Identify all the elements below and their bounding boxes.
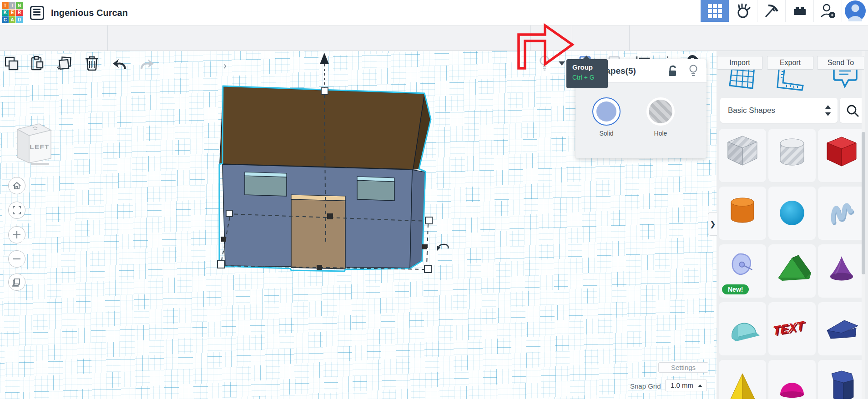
shapes-sidebar: Basic Shapes New!TEXTTEXT	[717, 51, 868, 399]
logo-letter: C	[2, 16, 9, 23]
sidebar-collapse-button[interactable]: ❯	[708, 212, 717, 236]
fit-view-button[interactable]	[8, 202, 25, 219]
logo-letter: R	[16, 10, 23, 16]
app-header: TINKERCAD Ingenious Curcan	[0, 0, 868, 25]
shape-tile-round-roof[interactable]	[719, 302, 766, 355]
perspective-icon	[12, 277, 22, 287]
chevron-right-icon: ❯	[709, 219, 716, 229]
logo-letter: K	[2, 10, 9, 16]
brick-export-tile[interactable]	[785, 0, 813, 22]
hole-label: Hole	[638, 130, 683, 137]
minus-icon	[12, 254, 21, 263]
shape-tile-scribble-n[interactable]	[818, 187, 865, 240]
plus-icon	[12, 230, 21, 239]
shape-tile-wedge[interactable]	[818, 302, 865, 355]
group-tooltip: Group Ctrl + G	[566, 59, 608, 88]
shape-tile-roof[interactable]	[768, 244, 816, 298]
svg-text:TEXT: TEXT	[772, 318, 805, 338]
snap-grid-label: Snap Grid	[630, 382, 661, 390]
fit-view-icon	[12, 206, 21, 215]
visibility-bulb-icon[interactable]	[688, 65, 698, 77]
snap-grid-caret-icon	[698, 385, 702, 387]
editor-toolbar: Import Export Send To	[0, 25, 868, 51]
snap-grid-dropdown[interactable]: 1.0 mm	[665, 380, 707, 391]
zoom-out-button[interactable]	[8, 250, 25, 268]
minecraft-export-tile[interactable]	[757, 0, 785, 22]
sim-lab-tile[interactable]	[729, 0, 757, 22]
logo-letter: A	[9, 16, 16, 23]
shape-category-value: Basic Shapes	[728, 106, 775, 115]
shape-category-dropdown[interactable]: Basic Shapes	[720, 98, 838, 123]
shape-tile-scribble-tool[interactable]: New!	[719, 244, 766, 298]
view-cube-label: LEFT	[30, 143, 50, 151]
shape-search-button[interactable]	[840, 98, 865, 123]
paste-icon[interactable]	[29, 55, 45, 71]
export-button[interactable]: Export	[767, 56, 813, 70]
import-button[interactable]: Import	[717, 56, 762, 70]
undo-icon[interactable]	[112, 56, 128, 70]
solid-swatch	[596, 101, 616, 121]
tinkercad-logo[interactable]: TINKERCAD	[2, 2, 23, 23]
pickaxe-icon	[763, 3, 780, 19]
logo-letter: N	[16, 2, 23, 9]
zoom-in-button[interactable]	[8, 226, 25, 243]
perspective-toggle-button[interactable]	[8, 273, 25, 291]
grid-icon	[707, 3, 722, 19]
shape-tile-cylinder[interactable]	[768, 129, 816, 182]
redo-icon[interactable]	[138, 56, 155, 70]
bottom-margin	[0, 399, 868, 410]
home-view-button[interactable]	[8, 177, 25, 194]
new-badge: New!	[722, 284, 749, 294]
logo-letter: E	[9, 10, 16, 16]
settings-button[interactable]: Settings	[658, 362, 708, 373]
solid-option[interactable]	[592, 97, 621, 126]
design-menu-icon[interactable]	[30, 6, 44, 20]
logo-letter: T	[2, 2, 9, 9]
hand-icon	[735, 3, 752, 19]
sidebar-scrollbar-thumb[interactable]	[862, 132, 865, 274]
hole-option[interactable]	[646, 97, 675, 126]
send-to-button[interactable]: Send To	[817, 56, 864, 70]
brick-icon	[792, 3, 808, 19]
duplicate-icon[interactable]	[56, 55, 73, 72]
shape-tile-box-red[interactable]	[818, 129, 865, 182]
show-all-icon[interactable]	[537, 55, 552, 72]
header-app-switcher	[701, 0, 868, 22]
show-all-dropdown-caret[interactable]	[559, 61, 565, 66]
shape-tile-text[interactable]: TEXTTEXT	[768, 302, 816, 355]
search-icon	[846, 104, 859, 117]
tooltip-title: Group	[572, 63, 608, 71]
shape-tile-box[interactable]	[719, 129, 766, 182]
sort-arrows-icon	[825, 105, 831, 116]
logo-letter: I	[9, 2, 16, 9]
design-title: Ingenious Curcan	[51, 8, 128, 18]
logo-letter: D	[16, 16, 23, 23]
shape-tile-sphere[interactable]	[768, 187, 816, 240]
home-icon	[12, 181, 21, 190]
view-cube[interactable]: LEFT	[11, 117, 53, 167]
account-tile[interactable]	[842, 0, 868, 22]
tooltip-shortcut: Ctrl + G	[572, 74, 608, 81]
avatar	[844, 0, 866, 22]
invite-collaborator-tile[interactable]	[813, 0, 842, 22]
person-add-icon	[819, 2, 837, 20]
hole-swatch	[649, 100, 672, 123]
copy-icon[interactable]	[4, 56, 20, 72]
tooltip-caret	[583, 56, 590, 59]
snap-grid-value: 1.0 mm	[671, 381, 693, 389]
shape-tile-cylinder-orange[interactable]	[719, 187, 766, 240]
grid-apps-tile[interactable]	[701, 0, 729, 22]
shape-tile-cone[interactable]	[818, 244, 865, 298]
delete-icon[interactable]	[84, 55, 100, 72]
lock-icon[interactable]	[668, 65, 678, 77]
solid-label: Solid	[584, 130, 629, 137]
